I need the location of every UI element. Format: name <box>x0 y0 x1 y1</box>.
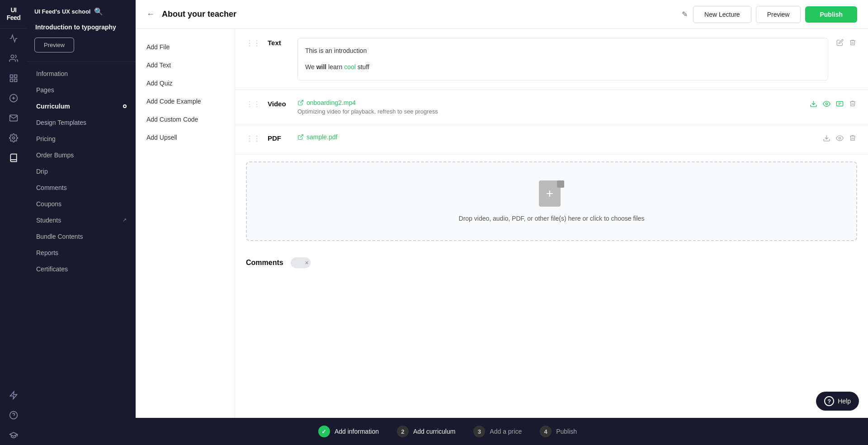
pdf-drag-handle[interactable]: ⋮⋮ <box>246 134 260 143</box>
sidebar: UI Feed's UX school 🔍 Introduction to ty… <box>27 0 136 445</box>
curriculum-badge <box>123 104 127 108</box>
step-2-number: 2 <box>397 426 409 437</box>
library-icon[interactable] <box>0 148 27 168</box>
content-area: Add FileAdd TextAdd QuizAdd Code Example… <box>136 29 868 429</box>
video-block-label: Video <box>268 100 290 108</box>
svg-rect-15 <box>836 101 843 106</box>
sidebar-item-pages[interactable]: Pages <box>27 82 136 98</box>
video-drag-handle[interactable]: ⋮⋮ <box>246 100 260 109</box>
graduation-icon[interactable] <box>0 425 27 445</box>
step-1-number: ✓ <box>318 426 330 437</box>
sidebar-header: UI Feed's UX school 🔍 Introduction to ty… <box>27 0 136 62</box>
comments-toggle[interactable] <box>291 257 311 268</box>
svg-line-16 <box>300 134 303 137</box>
help-icon[interactable] <box>0 405 27 425</box>
sidebar-item-information[interactable]: Information <box>27 66 136 82</box>
pdf-preview-button[interactable] <box>835 133 844 145</box>
sidebar-preview-button[interactable]: Preview <box>34 38 74 52</box>
add-upsell-button[interactable]: Add Upsell <box>136 128 235 147</box>
help-button[interactable]: ? Help <box>816 392 859 411</box>
sidebar-item-comments[interactable]: Comments <box>27 180 136 196</box>
video-cc-button[interactable] <box>835 99 844 110</box>
users-icon[interactable] <box>0 48 27 68</box>
sidebar-item-order-bumps[interactable]: Order Bumps <box>27 147 136 163</box>
step-3-number: 3 <box>473 426 485 437</box>
svg-point-0 <box>11 55 14 58</box>
pdf-filename: sample.pdf <box>307 133 337 141</box>
publish-button[interactable]: Publish <box>805 6 857 23</box>
sidebar-item-coupons[interactable]: Coupons <box>27 196 136 212</box>
email-icon[interactable] <box>0 108 27 128</box>
comments-section: Comments <box>235 248 868 277</box>
svg-point-8 <box>13 137 15 139</box>
add-file-button[interactable]: Add File <box>136 38 235 56</box>
back-button[interactable]: ← <box>146 9 155 19</box>
sidebar-item-certificates[interactable]: Certificates <box>27 261 136 277</box>
help-circle-icon: ? <box>824 396 834 406</box>
progress-step-2[interactable]: 2 Add curriculum <box>388 418 464 445</box>
analytics-icon[interactable] <box>0 28 27 48</box>
text-line-2: We will learn cool stuff <box>305 62 821 73</box>
text-line-1: This is an introduction <box>305 46 821 57</box>
svg-rect-3 <box>14 79 17 81</box>
text-delete-button[interactable] <box>848 38 857 49</box>
lightning-icon[interactable] <box>0 385 27 405</box>
green-text: cool <box>344 63 356 71</box>
sidebar-item-students[interactable]: Students↗ <box>27 212 136 228</box>
topbar-actions: New Lecture Preview Publish <box>693 6 857 23</box>
preview-button[interactable]: Preview <box>756 6 801 23</box>
new-lecture-button[interactable]: New Lecture <box>693 6 751 23</box>
icon-rail: UIFeed <box>0 0 27 445</box>
text-edit-button[interactable] <box>835 38 844 49</box>
pdf-block-actions <box>822 133 857 145</box>
text-drag-handle[interactable]: ⋮⋮ <box>246 39 260 47</box>
sidebar-item-design-templates[interactable]: Design Templates <box>27 114 136 131</box>
text-block-content[interactable]: This is an introduction We will learn co… <box>297 38 828 80</box>
progress-step-1[interactable]: ✓ Add information <box>309 418 388 445</box>
pdf-file-link[interactable]: sample.pdf <box>297 133 815 141</box>
svg-point-14 <box>826 103 827 104</box>
progress-step-3[interactable]: 3 Add a price <box>464 418 531 445</box>
left-panel: Add FileAdd TextAdd QuizAdd Code Example… <box>136 29 235 429</box>
main-wrapper: ← About your teacher ✎ New Lecture Previ… <box>136 0 868 445</box>
video-status-text: Optimizing video for playback, refresh t… <box>297 108 802 115</box>
sidebar-item-reports[interactable]: Reports <box>27 245 136 261</box>
svg-rect-4 <box>10 79 13 81</box>
text-block: ⋮⋮ Text This is an introduction We will … <box>235 29 868 90</box>
sidebar-nav: InformationPagesCurriculumDesign Templat… <box>27 62 136 424</box>
video-block: ⋮⋮ Video onboarding2.mp4 Optimizing vide… <box>235 90 868 124</box>
file-drop-zone[interactable]: + Drop video, audio, PDF, or other file(… <box>246 161 857 241</box>
topbar: ← About your teacher ✎ New Lecture Previ… <box>136 0 868 29</box>
bold-text: will <box>316 63 327 71</box>
settings-icon[interactable] <box>0 128 27 148</box>
video-block-content: onboarding2.mp4 Optimizing video for pla… <box>297 99 802 115</box>
svg-line-12 <box>300 100 303 103</box>
pdf-delete-button[interactable] <box>848 133 857 144</box>
edit-title-icon[interactable]: ✎ <box>682 10 688 19</box>
text-block-label: Text <box>268 39 290 47</box>
svg-rect-2 <box>14 75 17 77</box>
sidebar-item-pricing[interactable]: Pricing <box>27 131 136 147</box>
search-icon[interactable]: 🔍 <box>94 7 103 16</box>
comments-label: Comments <box>246 259 283 267</box>
sidebar-item-bundle-contents[interactable]: Bundle Contents <box>27 228 136 245</box>
sidebar-item-drip[interactable]: Drip <box>27 163 136 180</box>
video-preview-button[interactable] <box>822 99 831 110</box>
pdf-block: ⋮⋮ PDF sample.pdf <box>235 124 868 154</box>
dashboard-icon[interactable] <box>0 68 27 88</box>
add-custom-code-button[interactable]: Add Custom Code <box>136 110 235 128</box>
school-name: UI Feed's UX school 🔍 <box>34 7 128 16</box>
add-quiz-button[interactable]: Add Quiz <box>136 74 235 92</box>
revenue-icon[interactable] <box>0 88 27 108</box>
video-file-link[interactable]: onboarding2.mp4 <box>297 99 802 106</box>
sidebar-item-curriculum[interactable]: Curriculum <box>27 98 136 114</box>
drop-zone-text: Drop video, audio, PDF, or other file(s)… <box>459 215 645 222</box>
pdf-download-button[interactable] <box>822 133 831 145</box>
video-delete-button[interactable] <box>848 99 857 110</box>
add-code-example-button[interactable]: Add Code Example <box>136 92 235 110</box>
school-logo-area: UIFeed <box>0 0 27 28</box>
add-text-button[interactable]: Add Text <box>136 56 235 74</box>
video-download-button[interactable] <box>809 99 818 110</box>
progress-step-4[interactable]: 4 Publish <box>531 418 586 445</box>
pdf-block-content: sample.pdf <box>297 133 815 141</box>
